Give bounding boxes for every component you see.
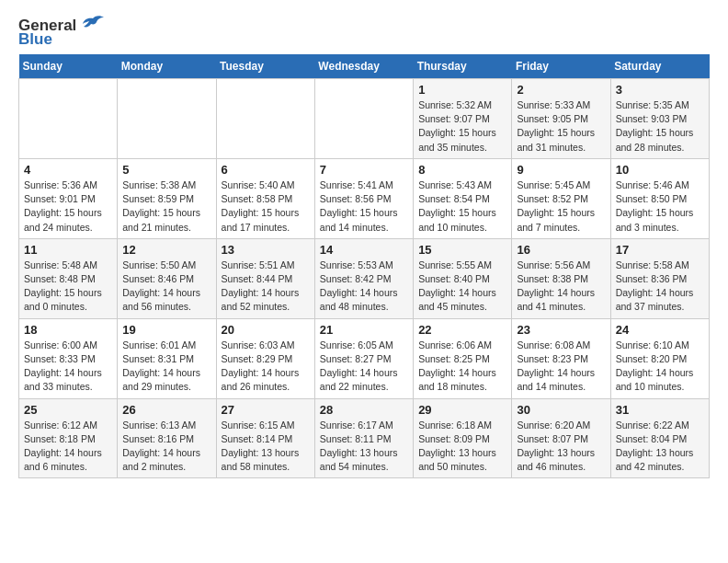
day-number: 28 xyxy=(320,403,408,417)
calendar-cell: 17Sunrise: 5:58 AM Sunset: 8:36 PM Dayli… xyxy=(610,238,709,318)
calendar-cell: 1Sunrise: 5:32 AM Sunset: 9:07 PM Daylig… xyxy=(414,79,512,159)
cell-info: Sunrise: 5:38 AM Sunset: 8:59 PM Dayligh… xyxy=(122,178,210,235)
day-number: 8 xyxy=(418,163,506,177)
day-number: 30 xyxy=(517,403,605,417)
calendar-cell: 25Sunrise: 6:12 AM Sunset: 8:18 PM Dayli… xyxy=(19,398,118,478)
calendar-cell: 8Sunrise: 5:43 AM Sunset: 8:54 PM Daylig… xyxy=(414,158,512,238)
day-number: 26 xyxy=(122,403,210,417)
calendar-cell: 24Sunrise: 6:10 AM Sunset: 8:20 PM Dayli… xyxy=(610,318,709,398)
day-number: 24 xyxy=(616,323,704,337)
cell-info: Sunrise: 6:15 AM Sunset: 8:14 PM Dayligh… xyxy=(222,419,310,475)
calendar-cell xyxy=(314,79,413,159)
calendar-cell: 20Sunrise: 6:03 AM Sunset: 8:29 PM Dayli… xyxy=(216,318,314,398)
day-number: 4 xyxy=(24,163,112,177)
cell-info: Sunrise: 5:45 AM Sunset: 8:52 PM Dayligh… xyxy=(517,178,605,235)
calendar-cell xyxy=(19,79,118,159)
cell-info: Sunrise: 5:50 AM Sunset: 8:46 PM Dayligh… xyxy=(122,259,210,315)
calendar-cell: 19Sunrise: 6:01 AM Sunset: 8:31 PM Dayli… xyxy=(118,318,216,398)
cell-info: Sunrise: 6:00 AM Sunset: 8:33 PM Dayligh… xyxy=(24,339,112,395)
cell-info: Sunrise: 5:32 AM Sunset: 9:07 PM Dayligh… xyxy=(418,98,506,155)
day-number: 21 xyxy=(320,323,408,337)
calendar-cell: 15Sunrise: 5:55 AM Sunset: 8:40 PM Dayli… xyxy=(414,238,512,318)
day-number: 11 xyxy=(24,243,112,257)
calendar-cell: 27Sunrise: 6:15 AM Sunset: 8:14 PM Dayli… xyxy=(216,398,314,478)
cell-info: Sunrise: 5:46 AM Sunset: 8:50 PM Dayligh… xyxy=(616,178,704,235)
day-number: 6 xyxy=(222,163,310,177)
day-number: 29 xyxy=(418,403,506,417)
cell-info: Sunrise: 5:35 AM Sunset: 9:03 PM Dayligh… xyxy=(616,98,704,155)
weekday-header-wednesday: Wednesday xyxy=(314,54,413,79)
cell-info: Sunrise: 6:22 AM Sunset: 8:04 PM Dayligh… xyxy=(616,419,704,475)
cell-info: Sunrise: 5:53 AM Sunset: 8:42 PM Dayligh… xyxy=(320,259,408,315)
day-number: 7 xyxy=(320,163,408,177)
day-number: 25 xyxy=(24,403,112,417)
calendar-cell: 3Sunrise: 5:35 AM Sunset: 9:03 PM Daylig… xyxy=(610,79,709,159)
day-number: 10 xyxy=(616,163,704,177)
calendar-cell: 9Sunrise: 5:45 AM Sunset: 8:52 PM Daylig… xyxy=(512,158,610,238)
calendar-cell xyxy=(118,79,216,159)
calendar-cell: 28Sunrise: 6:17 AM Sunset: 8:11 PM Dayli… xyxy=(314,398,413,478)
cell-info: Sunrise: 5:36 AM Sunset: 9:01 PM Dayligh… xyxy=(24,178,112,235)
cell-info: Sunrise: 6:12 AM Sunset: 8:18 PM Dayligh… xyxy=(24,419,112,475)
day-number: 3 xyxy=(616,83,704,97)
day-number: 17 xyxy=(616,243,704,257)
day-number: 31 xyxy=(616,403,704,417)
calendar-cell: 21Sunrise: 6:05 AM Sunset: 8:27 PM Dayli… xyxy=(314,318,413,398)
calendar-cell: 7Sunrise: 5:41 AM Sunset: 8:56 PM Daylig… xyxy=(314,158,413,238)
calendar-cell: 14Sunrise: 5:53 AM Sunset: 8:42 PM Dayli… xyxy=(314,238,413,318)
cell-info: Sunrise: 6:03 AM Sunset: 8:29 PM Dayligh… xyxy=(222,339,310,395)
weekday-header-saturday: Saturday xyxy=(610,54,709,79)
cell-info: Sunrise: 5:48 AM Sunset: 8:48 PM Dayligh… xyxy=(24,259,112,315)
weekday-header-monday: Monday xyxy=(118,54,216,79)
calendar-cell: 5Sunrise: 5:38 AM Sunset: 8:59 PM Daylig… xyxy=(118,158,216,238)
day-number: 13 xyxy=(222,243,310,257)
day-number: 15 xyxy=(418,243,506,257)
cell-info: Sunrise: 5:41 AM Sunset: 8:56 PM Dayligh… xyxy=(320,178,408,235)
day-number: 22 xyxy=(418,323,506,337)
cell-info: Sunrise: 5:43 AM Sunset: 8:54 PM Dayligh… xyxy=(418,178,506,235)
cell-info: Sunrise: 6:17 AM Sunset: 8:11 PM Dayligh… xyxy=(320,419,408,475)
cell-info: Sunrise: 5:51 AM Sunset: 8:44 PM Dayligh… xyxy=(222,259,310,315)
calendar-week-row: 1Sunrise: 5:32 AM Sunset: 9:07 PM Daylig… xyxy=(19,79,710,159)
calendar-cell: 4Sunrise: 5:36 AM Sunset: 9:01 PM Daylig… xyxy=(19,158,118,238)
calendar-cell: 30Sunrise: 6:20 AM Sunset: 8:07 PM Dayli… xyxy=(512,398,610,478)
calendar-cell: 23Sunrise: 6:08 AM Sunset: 8:23 PM Dayli… xyxy=(512,318,610,398)
cell-info: Sunrise: 5:33 AM Sunset: 9:05 PM Dayligh… xyxy=(517,98,605,155)
weekday-header-row: SundayMondayTuesdayWednesdayThursdayFrid… xyxy=(19,54,710,79)
calendar-cell: 12Sunrise: 5:50 AM Sunset: 8:46 PM Dayli… xyxy=(118,238,216,318)
calendar-cell: 22Sunrise: 6:06 AM Sunset: 8:25 PM Dayli… xyxy=(414,318,512,398)
cell-info: Sunrise: 6:06 AM Sunset: 8:25 PM Dayligh… xyxy=(418,339,506,395)
day-number: 12 xyxy=(122,243,210,257)
weekday-header-tuesday: Tuesday xyxy=(216,54,314,79)
day-number: 18 xyxy=(24,323,112,337)
calendar-cell: 31Sunrise: 6:22 AM Sunset: 8:04 PM Dayli… xyxy=(610,398,709,478)
calendar-cell xyxy=(216,79,314,159)
day-number: 20 xyxy=(222,323,310,337)
day-number: 1 xyxy=(418,83,506,97)
calendar-cell: 10Sunrise: 5:46 AM Sunset: 8:50 PM Dayli… xyxy=(610,158,709,238)
weekday-header-sunday: Sunday xyxy=(19,54,118,79)
day-number: 23 xyxy=(517,323,605,337)
logo: General Blue xyxy=(18,15,106,47)
cell-info: Sunrise: 5:58 AM Sunset: 8:36 PM Dayligh… xyxy=(616,259,704,315)
logo-bird-icon xyxy=(80,15,106,35)
calendar-cell: 16Sunrise: 5:56 AM Sunset: 8:38 PM Dayli… xyxy=(512,238,610,318)
cell-info: Sunrise: 6:05 AM Sunset: 8:27 PM Dayligh… xyxy=(320,339,408,395)
calendar-cell: 2Sunrise: 5:33 AM Sunset: 9:05 PM Daylig… xyxy=(512,79,610,159)
day-number: 19 xyxy=(122,323,210,337)
cell-info: Sunrise: 6:20 AM Sunset: 8:07 PM Dayligh… xyxy=(517,419,605,475)
day-number: 14 xyxy=(320,243,408,257)
cell-info: Sunrise: 6:13 AM Sunset: 8:16 PM Dayligh… xyxy=(122,419,210,475)
calendar-week-row: 25Sunrise: 6:12 AM Sunset: 8:18 PM Dayli… xyxy=(19,398,710,478)
cell-info: Sunrise: 6:01 AM Sunset: 8:31 PM Dayligh… xyxy=(122,339,210,395)
cell-info: Sunrise: 5:55 AM Sunset: 8:40 PM Dayligh… xyxy=(418,259,506,315)
weekday-header-friday: Friday xyxy=(512,54,610,79)
calendar-table: SundayMondayTuesdayWednesdayThursdayFrid… xyxy=(18,54,710,478)
calendar-cell: 6Sunrise: 5:40 AM Sunset: 8:58 PM Daylig… xyxy=(216,158,314,238)
cell-info: Sunrise: 6:10 AM Sunset: 8:20 PM Dayligh… xyxy=(616,339,704,395)
logo-blue-text: Blue xyxy=(18,31,52,47)
weekday-header-thursday: Thursday xyxy=(414,54,512,79)
calendar-cell: 29Sunrise: 6:18 AM Sunset: 8:09 PM Dayli… xyxy=(414,398,512,478)
day-number: 5 xyxy=(122,163,210,177)
day-number: 2 xyxy=(517,83,605,97)
